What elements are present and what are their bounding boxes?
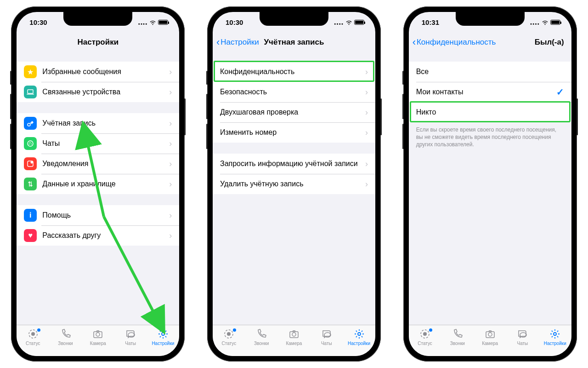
chat-icon bbox=[516, 328, 528, 340]
wifi-icon bbox=[345, 18, 352, 26]
info-icon: i bbox=[24, 209, 37, 222]
row-tell-friend[interactable]: ♥ Рассказать другу › bbox=[17, 225, 179, 246]
row-privacy[interactable]: Конфиденциальность › bbox=[213, 62, 375, 82]
chevron-right-icon: › bbox=[365, 179, 368, 189]
svg-point-23 bbox=[488, 333, 492, 336]
chevron-right-icon: › bbox=[365, 87, 368, 97]
notch bbox=[63, 12, 132, 26]
row-two-step[interactable]: Двухшаговая проверка › bbox=[213, 102, 375, 122]
row-linked-devices[interactable]: Связанные устройства › bbox=[17, 82, 179, 102]
chevron-right-icon: › bbox=[365, 67, 368, 77]
status-time: 10:30 bbox=[226, 18, 243, 26]
tab-bar: Статус Звонки Камера Чаты bbox=[17, 325, 179, 356]
svg-point-5 bbox=[31, 161, 33, 164]
star-icon: ★ bbox=[24, 65, 37, 78]
whatsapp-icon bbox=[24, 137, 37, 150]
footer-note: Если вы скроете время своего последнего … bbox=[409, 122, 571, 152]
row-account[interactable]: Учётная запись › bbox=[17, 113, 179, 133]
svg-point-9 bbox=[96, 333, 100, 336]
badge-dot bbox=[37, 328, 40, 332]
chevron-left-icon: ‹ bbox=[216, 37, 220, 47]
arrows-icon bbox=[24, 178, 37, 190]
tab-chats[interactable]: Чаты bbox=[313, 328, 340, 346]
svg-point-15 bbox=[227, 332, 231, 336]
heart-icon: ♥ bbox=[24, 229, 37, 242]
row-request-info[interactable]: Запросить информацию учётной записи › bbox=[213, 154, 375, 174]
last-seen-content[interactable]: Все Мои контакты ✓ Никто Если вы скроете… bbox=[409, 52, 571, 325]
battery-icon bbox=[354, 20, 364, 25]
phone-frame-1: 10:30 Настройки ★ Избранные сообщения › bbox=[11, 6, 185, 362]
option-my-contacts[interactable]: Мои контакты ✓ bbox=[409, 82, 571, 102]
chevron-right-icon: › bbox=[169, 139, 172, 149]
gear-icon bbox=[549, 328, 561, 340]
chevron-right-icon: › bbox=[169, 87, 172, 97]
settings-content[interactable]: ★ Избранные сообщения › Связанные устрой… bbox=[17, 52, 179, 325]
svg-point-3 bbox=[28, 141, 33, 146]
nav-bar: ‹ Настройки Учётная запись bbox=[213, 32, 375, 52]
tab-calls[interactable]: Звонки bbox=[444, 328, 471, 346]
tab-status[interactable]: Статус bbox=[19, 328, 47, 346]
tab-camera[interactable]: Камера bbox=[84, 328, 112, 346]
tab-settings[interactable]: Настройки bbox=[541, 328, 569, 346]
row-security[interactable]: Безопасность › bbox=[213, 82, 375, 102]
nav-bar: ‹ Конфиденциальность Был(-а) bbox=[409, 32, 571, 52]
back-button[interactable]: ‹ Конфиденциальность bbox=[413, 37, 496, 47]
tab-chats[interactable]: Чаты bbox=[117, 328, 144, 346]
row-delete-account[interactable]: Удалить учётную запись › bbox=[213, 174, 375, 194]
svg-rect-0 bbox=[28, 90, 33, 93]
badge-dot bbox=[233, 328, 236, 332]
tab-status[interactable]: Статус bbox=[215, 328, 243, 346]
signal-icon bbox=[334, 18, 344, 26]
tab-bar: Статус Звонки Камера Чаты Настройки bbox=[409, 325, 571, 356]
laptop-icon bbox=[24, 86, 37, 98]
row-starred-messages[interactable]: ★ Избранные сообщения › bbox=[17, 62, 179, 82]
svg-point-25 bbox=[554, 333, 556, 335]
gear-icon bbox=[353, 328, 365, 340]
page-title: Настройки bbox=[77, 38, 119, 47]
option-everyone[interactable]: Все bbox=[409, 62, 571, 82]
notch bbox=[260, 12, 328, 26]
chevron-right-icon: › bbox=[169, 211, 172, 220]
page-title: Учётная запись bbox=[264, 38, 324, 47]
page-title: Был(-а) bbox=[535, 38, 564, 47]
account-content[interactable]: Конфиденциальность › Безопасность › Двух… bbox=[213, 52, 375, 325]
tab-calls[interactable]: Звонки bbox=[52, 328, 79, 346]
back-button[interactable]: ‹ Настройки bbox=[216, 37, 259, 47]
svg-point-19 bbox=[358, 333, 361, 335]
chevron-right-icon: › bbox=[169, 231, 172, 241]
phone-frame-3: 10:31 ‹ Конфиденциальность Был(-а) Все М… bbox=[403, 6, 577, 362]
wifi-icon bbox=[149, 18, 156, 26]
wifi-icon bbox=[542, 18, 548, 26]
row-notifications[interactable]: Уведомления › bbox=[17, 154, 179, 174]
phone-icon bbox=[60, 328, 72, 340]
tab-camera[interactable]: Камера bbox=[280, 328, 308, 346]
phone-frame-2: 10:30 ‹ Настройки Учётная запись Конфиде… bbox=[207, 6, 381, 362]
chevron-left-icon: ‹ bbox=[413, 37, 416, 47]
chevron-right-icon: › bbox=[169, 67, 172, 77]
tab-camera[interactable]: Камера bbox=[476, 328, 504, 346]
camera-icon bbox=[484, 328, 496, 340]
row-help[interactable]: i Помощь › bbox=[17, 205, 179, 225]
camera-icon bbox=[92, 328, 104, 340]
phone-icon bbox=[452, 328, 464, 340]
tab-status[interactable]: Статус bbox=[411, 328, 439, 346]
row-change-number[interactable]: Изменить номер › bbox=[213, 122, 375, 143]
checkmark-icon: ✓ bbox=[556, 86, 564, 98]
chat-icon bbox=[321, 328, 333, 340]
notification-icon bbox=[24, 157, 37, 170]
tab-settings[interactable]: Настройки bbox=[345, 328, 373, 346]
svg-point-11 bbox=[162, 333, 164, 335]
chevron-right-icon: › bbox=[365, 159, 368, 169]
tab-calls[interactable]: Звонки bbox=[248, 328, 275, 346]
row-chats[interactable]: Чаты › bbox=[17, 133, 179, 154]
badge-dot bbox=[429, 328, 432, 332]
row-storage[interactable]: Данные и хранилище › bbox=[17, 174, 179, 194]
chevron-right-icon: › bbox=[365, 108, 368, 117]
chevron-right-icon: › bbox=[365, 128, 368, 138]
tab-chats[interactable]: Чаты bbox=[509, 328, 536, 346]
option-nobody[interactable]: Никто bbox=[409, 102, 571, 122]
signal-icon bbox=[530, 18, 540, 26]
gear-icon bbox=[157, 328, 169, 340]
tab-settings[interactable]: Настройки bbox=[149, 328, 177, 346]
chat-icon bbox=[124, 328, 136, 340]
